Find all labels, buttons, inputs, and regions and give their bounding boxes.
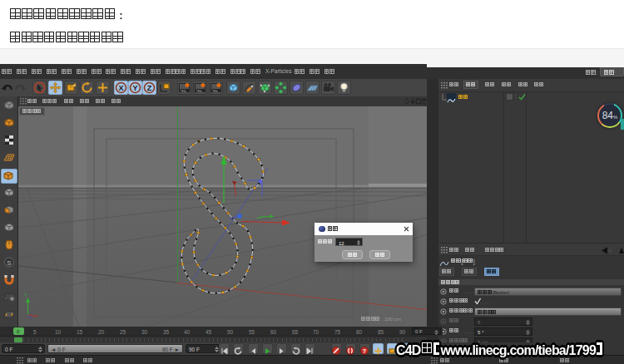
svg-text:S: S (7, 259, 11, 267)
svg-text:Z: Z (147, 84, 152, 92)
svg-text:Y: Y (132, 84, 137, 92)
svg-text:Y: Y (24, 293, 27, 298)
svg-text:X: X (118, 84, 123, 92)
svg-text:?: ? (363, 348, 366, 354)
